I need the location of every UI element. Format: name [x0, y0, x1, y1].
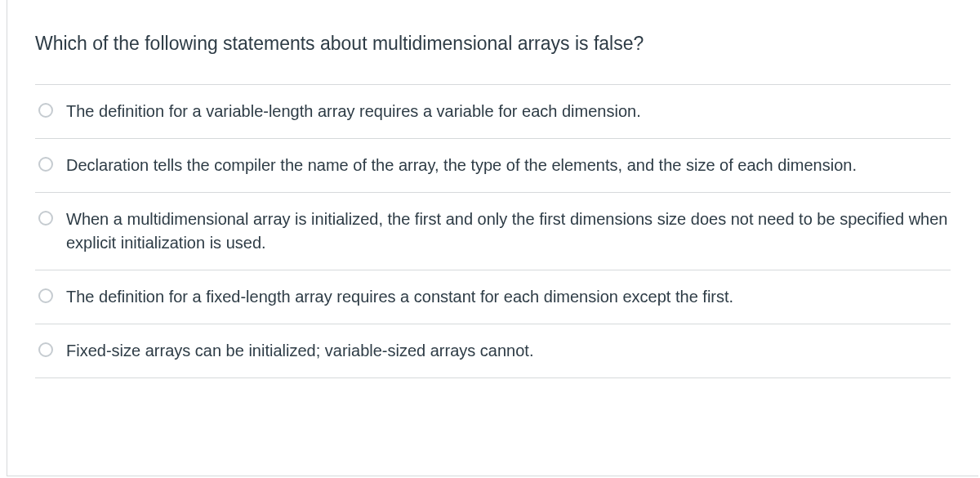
option-row-2[interactable]: When a multidimensional array is initial…	[35, 192, 951, 270]
radio-icon[interactable]	[38, 157, 53, 172]
radio-icon[interactable]	[38, 342, 53, 357]
option-row-0[interactable]: The definition for a variable-length arr…	[35, 84, 951, 138]
question-card: Which of the following statements about …	[7, 0, 978, 476]
radio-icon[interactable]	[38, 211, 53, 226]
radio-icon[interactable]	[38, 103, 53, 118]
option-label: The definition for a variable-length arr…	[66, 100, 641, 123]
option-label: The definition for a fixed-length array …	[66, 285, 733, 309]
option-row-4[interactable]: Fixed-size arrays can be initialized; va…	[35, 324, 951, 378]
options-list: The definition for a variable-length arr…	[7, 84, 978, 395]
option-row-1[interactable]: Declaration tells the compiler the name …	[35, 138, 951, 192]
question-text: Which of the following statements about …	[7, 0, 978, 84]
option-label: When a multidimensional array is initial…	[66, 208, 951, 255]
option-label: Fixed-size arrays can be initialized; va…	[66, 339, 533, 363]
radio-icon[interactable]	[38, 288, 53, 303]
option-label: Declaration tells the compiler the name …	[66, 154, 857, 177]
option-row-3[interactable]: The definition for a fixed-length array …	[35, 270, 951, 324]
